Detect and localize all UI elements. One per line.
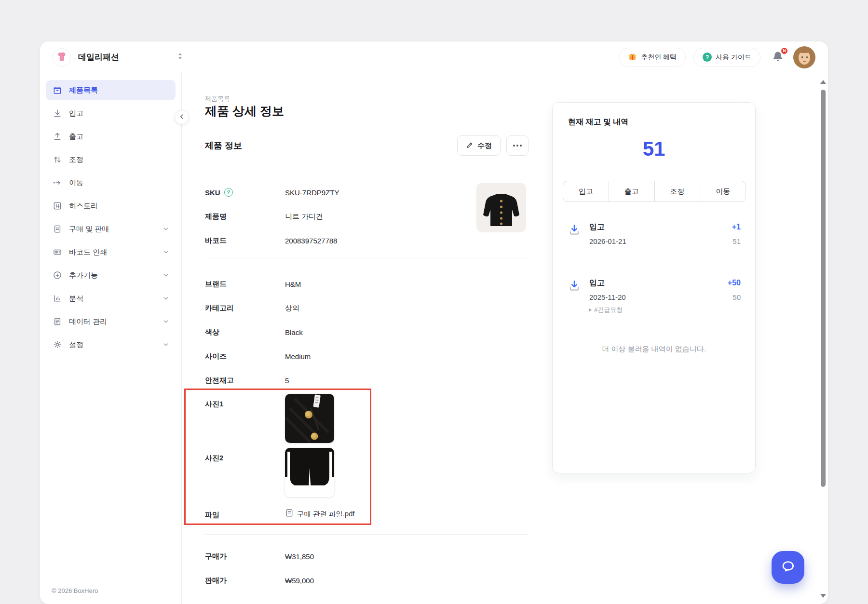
- guide-button[interactable]: ? 사용 가이드: [693, 48, 760, 67]
- more-icon: [520, 145, 522, 147]
- barcode-icon: [53, 247, 62, 257]
- photo1-thumbnail[interactable]: [285, 394, 334, 443]
- sidebar-item-stock-in[interactable]: 입고: [46, 103, 176, 123]
- field-value: 5: [285, 376, 289, 385]
- divider: [205, 534, 529, 535]
- app-window: 데일리패션 추천인 혜택 ? 사용 가이드 N: [40, 41, 828, 604]
- field-row-category: 카테고리 상의: [205, 296, 529, 320]
- file-icon: [285, 509, 294, 519]
- app-header: 데일리패션 추천인 혜택 ? 사용 가이드 N: [40, 41, 828, 73]
- field-row-purchase-price: 구매가 ₩31,850: [205, 544, 529, 568]
- sku-help-icon[interactable]: ?: [224, 188, 233, 197]
- field-value: 2008397527788: [285, 237, 337, 245]
- edit-button[interactable]: 수정: [457, 135, 501, 156]
- workspace-logo[interactable]: [53, 48, 71, 67]
- field-label: 카테고리: [205, 304, 234, 313]
- history-type: 입고: [589, 278, 605, 288]
- sidebar-item-data-management[interactable]: 데이터 관리: [46, 311, 176, 332]
- sidebar-item-analytics[interactable]: 분석: [46, 288, 176, 309]
- sidebar-item-label: 설정: [69, 340, 83, 349]
- sidebar-item-label: 이동: [69, 178, 83, 188]
- gift-icon: [628, 52, 637, 63]
- file-link[interactable]: 구매 관련 파일.pdf: [297, 510, 354, 519]
- sidebar-item-settings[interactable]: 설정: [46, 335, 176, 355]
- detail-fields: 브랜드 H&M 카테고리 상의 색상 Black 사이즈 Medium 안전재고…: [205, 272, 529, 392]
- user-avatar[interactable]: [793, 46, 815, 68]
- triangle-up-icon: [820, 80, 826, 84]
- photo2-thumbnail[interactable]: [285, 448, 334, 497]
- chevron-down-icon: [163, 272, 169, 278]
- scrollbar-thumb[interactable]: [821, 90, 826, 487]
- sidebar-item-move[interactable]: 이동: [46, 173, 176, 193]
- edit-label: 수정: [477, 141, 492, 150]
- pencil-icon: [466, 141, 474, 150]
- history-type: 입고: [589, 222, 605, 232]
- field-value: Black: [285, 328, 303, 336]
- history-empty-text: 더 이상 불러올 내역이 없습니다.: [553, 345, 755, 354]
- field-label: 제품명: [205, 212, 227, 221]
- scroll-down-arrow[interactable]: [820, 594, 826, 599]
- file-label: 파일: [205, 510, 219, 520]
- sort-arrows-icon: [53, 155, 62, 164]
- more-icon: [513, 145, 515, 147]
- chevron-left-icon: [179, 113, 185, 121]
- download-icon: [53, 108, 62, 118]
- breadcrumb[interactable]: 제품목록: [205, 94, 230, 103]
- scroll-up-arrow[interactable]: [820, 80, 826, 85]
- stock-in-button[interactable]: 입고: [563, 181, 609, 201]
- adjust-button[interactable]: 조정: [654, 181, 700, 201]
- history-date: 2026-01-21: [589, 237, 626, 245]
- field-value: H&M: [285, 280, 301, 288]
- more-icon: [516, 145, 518, 147]
- field-row-color: 색상 Black: [205, 320, 529, 344]
- highlight-box: 사진1 사진2 파일: [184, 389, 371, 525]
- field-row-brand: 브랜드 H&M: [205, 272, 529, 296]
- move-button[interactable]: 이동: [700, 181, 746, 201]
- bar-chart-icon: [53, 294, 62, 303]
- chevron-down-icon: [163, 319, 169, 324]
- photo1-label: 사진1: [205, 400, 223, 409]
- field-label: 사이즈: [205, 352, 227, 361]
- workspace-switcher[interactable]: [177, 53, 183, 62]
- chevron-down-icon: [163, 295, 169, 301]
- history-date: 2025-11-20: [589, 293, 626, 301]
- history-entry: 입고 +50 2025-11-20 50 #긴급요청: [568, 278, 741, 314]
- sidebar-item-label: 바코드 인쇄: [69, 248, 107, 257]
- sidebar-item-barcode-print[interactable]: 바코드 인쇄: [46, 242, 176, 262]
- sidebar-item-stock-out[interactable]: 출고: [46, 126, 176, 147]
- sidebar-collapse-button[interactable]: [175, 110, 189, 124]
- tag-marker-icon: [589, 309, 592, 311]
- sidebar-item-label: 출고: [69, 132, 83, 141]
- sidebar-item-label: 데이터 관리: [69, 317, 107, 326]
- product-thumbnail[interactable]: [476, 183, 526, 232]
- notification-badge: N: [780, 47, 788, 55]
- plus-circle-icon: [53, 270, 62, 280]
- stock-out-button[interactable]: 출고: [609, 181, 654, 201]
- history-icon: [53, 201, 62, 211]
- chevron-down-icon: [163, 226, 169, 232]
- sidebar-item-purchase-sales[interactable]: 구매 및 판매: [46, 219, 176, 239]
- more-button[interactable]: [506, 135, 529, 156]
- sidebar-item-label: 추가기능: [69, 271, 98, 280]
- sidebar-item-label: 구매 및 판매: [69, 225, 109, 234]
- field-label: 색상: [205, 328, 219, 337]
- file-attachment[interactable]: 구매 관련 파일.pdf: [285, 509, 354, 519]
- copyright: © 2026 BoxHero: [52, 587, 98, 594]
- history-delta: +1: [732, 223, 741, 231]
- referral-button[interactable]: 추천인 혜택: [619, 48, 686, 67]
- sidebar-item-label: 분석: [69, 294, 83, 303]
- referral-label: 추천인 혜택: [641, 53, 677, 62]
- move-arrow-icon: [53, 178, 62, 188]
- divider: [205, 258, 529, 258]
- notifications-button[interactable]: N: [771, 50, 786, 65]
- sidebar-item-addons[interactable]: 추가기능: [46, 265, 176, 285]
- sidebar-item-products[interactable]: 제품목록: [46, 80, 176, 100]
- sidebar-item-adjust[interactable]: 조정: [46, 149, 176, 170]
- question-circle-icon: ?: [703, 53, 712, 62]
- chat-launcher-button[interactable]: [772, 551, 804, 584]
- section-title: 제품 정보: [205, 140, 242, 151]
- sidebar-item-history[interactable]: 히스토리: [46, 196, 176, 216]
- field-value: SKU-7RDP9ZTY: [285, 188, 339, 197]
- bell-icon: [771, 57, 785, 65]
- history-tag[interactable]: #긴급요청: [589, 306, 741, 314]
